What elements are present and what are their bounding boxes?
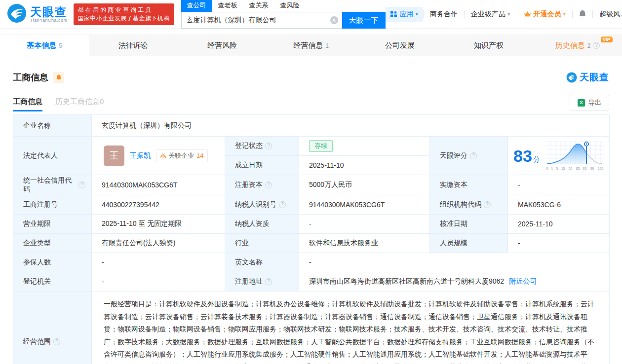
score-value: 83	[513, 147, 532, 164]
search-area: 查公司 查老板 查关系 查风险 ✕ 天眼一下	[181, 0, 386, 29]
taxpayer-id-label: 纳税人识别号?	[225, 195, 299, 215]
english-name-label: 英文名称	[225, 253, 299, 272]
help-icon[interactable]: ?	[593, 42, 600, 49]
notification-bell-icon[interactable]	[573, 10, 592, 18]
org-code-value: MAK053CG-6	[508, 195, 610, 215]
avatar[interactable]: 王	[104, 146, 124, 166]
tianyancha-logo-icon	[7, 3, 27, 25]
subtab-business-registration[interactable]: 工商信息	[13, 97, 42, 111]
help-icon[interactable]: ?	[279, 201, 286, 208]
taxpayer-id-value: 91440300MAK053CG6T	[299, 195, 430, 215]
address-cell: 深圳市南山区粤海街道高新区社区高新南六道十号朗科大厦9062附近公司	[299, 272, 610, 291]
score-distribution-chart: 0151550859599100	[546, 141, 604, 171]
company-type-label: 企业类型	[13, 234, 92, 253]
search-tabs: 查公司 查老板 查关系 查风险	[181, 0, 386, 12]
brand-watermark: 天眼查	[566, 71, 609, 84]
vip-badge: VIP	[601, 36, 613, 42]
help-icon[interactable]: ?	[470, 152, 477, 159]
paid-capital-value: -	[508, 175, 610, 195]
establish-date-value: 2025-11-10	[299, 156, 430, 175]
nav-cooperation[interactable]: 商务合作	[424, 10, 464, 19]
search-input[interactable]	[181, 12, 342, 29]
nav-apps[interactable]: 应用 ▾	[386, 7, 424, 22]
taxpayer-quality-label: 纳税人资质	[225, 215, 299, 234]
export-button[interactable]: X 导出	[570, 95, 609, 110]
tab-intellectual-property[interactable]: 知识产权	[444, 35, 533, 56]
search-tab-boss[interactable]: 查老板	[212, 0, 243, 12]
business-scope-label: 经营范围?	[13, 291, 92, 364]
score-cell[interactable]: 83 分	[508, 137, 610, 175]
top-header: 天眼查 TianYanCha.com 都在用的商业查询工具 国家中小企业发展子基…	[0, 0, 622, 29]
tab-legal-proceedings[interactable]: 法律诉讼	[89, 35, 178, 56]
reg-number-value: 440300227395442	[92, 195, 225, 215]
search-tab-relation[interactable]: 查关系	[243, 0, 274, 12]
slogan-line1: 都在用的商业查询工具	[78, 6, 170, 14]
company-type-value: 有限责任公司(法人独资)	[92, 234, 225, 253]
help-icon[interactable]: ?	[265, 278, 272, 285]
table-row: 参保人数 - 英文名称 -	[13, 253, 610, 272]
subscribe-bell-icon[interactable]	[53, 72, 64, 83]
related-companies-badge[interactable]: 关联企业 14	[156, 149, 208, 162]
tab-basic-info-label: 基本信息	[27, 41, 56, 50]
tianyancha-logo[interactable]: 天眼查 TianYanCha.com	[7, 3, 68, 25]
tab-intellectual-property-label: 知识产权	[474, 41, 504, 50]
table-row: 经营范围? 一般经营项目是：计算机软硬件及外围设备制造；计算机及办公设备维修；计…	[13, 291, 610, 364]
uscc-label-text: 统一社会信用代码	[23, 176, 76, 194]
uscc-label: 统一社会信用代码?	[13, 175, 92, 195]
company-name-value: 玄度计算机（深圳）有限公司	[92, 115, 610, 137]
tianyancha-logo-icon	[566, 72, 577, 83]
nav-enterprise[interactable]: 企业级产品 ▾	[465, 10, 517, 19]
help-icon[interactable]: ?	[78, 182, 85, 188]
nav-open-vip[interactable]: 开通会员 ▾	[517, 10, 573, 19]
search-tab-risk[interactable]: 查风险	[274, 0, 306, 12]
subtab-history-registration[interactable]: 历史工商信息0	[55, 97, 104, 111]
industry-label: 行业	[225, 234, 299, 253]
tab-company-development[interactable]: 公司发展	[355, 35, 444, 56]
approval-date-value: 2025-11-10	[508, 215, 610, 234]
reg-status-label: 登记状态?	[225, 137, 299, 156]
tab-business-info[interactable]: 经营信息 1	[267, 35, 355, 56]
staff-size-label: 人员规模	[430, 234, 508, 253]
taxpayer-quality-value: -	[299, 215, 430, 234]
search-button[interactable]: 天眼一下	[342, 12, 386, 29]
table-row: 工商注册号 440300227395442 纳税人识别号? 91440300MA…	[13, 195, 610, 215]
help-icon[interactable]: ?	[53, 338, 60, 345]
nearby-companies-link[interactable]: 附近公司	[509, 277, 537, 285]
subtabs-row: 工商信息 历史工商信息0 X 导出	[13, 95, 609, 113]
excel-icon: X	[578, 99, 585, 107]
reg-authority-value: -	[92, 272, 225, 291]
uscc-value: 91440300MAK053CG6T	[92, 175, 225, 195]
tab-operational-risk[interactable]: 经营风险	[178, 35, 267, 56]
export-button-label: 导出	[588, 98, 601, 107]
legal-rep-name-link[interactable]: 王振凯	[130, 151, 151, 160]
business-term-value: 2025-11-10 至 无固定期限	[92, 215, 225, 234]
reg-authority-label: 登记机关	[13, 272, 92, 291]
search-tab-company[interactable]: 查公司	[181, 0, 212, 12]
business-info-table: 企业名称 玄度计算机（深圳）有限公司 法定代表人 王 王振凯 关联企业 14 登…	[13, 114, 610, 364]
tab-company-development-label: 公司发展	[385, 41, 415, 50]
status-badge: 存续	[309, 140, 333, 152]
nav-super-risk[interactable]: 超级风... ▾	[593, 10, 622, 19]
company-tabs-bar: 基本信息 5 法律诉讼 经营风险 经营信息 1 公司发展 知识产权 VIP 历史…	[0, 35, 622, 56]
score-axis-labels: 0151550859599100	[546, 166, 604, 171]
nav-open-vip-label: 开通会员	[534, 10, 561, 19]
logo-title: 天眼查	[30, 6, 68, 18]
crown-icon	[524, 11, 531, 17]
brand-watermark-label: 天眼查	[580, 71, 609, 84]
section-title: 工商信息	[13, 72, 48, 83]
help-icon[interactable]: ?	[265, 143, 272, 149]
tab-business-info-count: 1	[325, 42, 329, 49]
nav-super-risk-label: 超级风...	[599, 10, 622, 19]
top-nav: 应用 ▾ 商务合作 企业级产品 ▾ 开通会员 ▾ 超级风... ▾	[386, 7, 622, 22]
org-code-label-text: 组织机构代码	[440, 200, 481, 209]
score-label-text: 天眼评分	[440, 151, 467, 160]
clear-search-icon[interactable]: ✕	[330, 16, 338, 24]
tab-basic-info[interactable]: 基本信息 5	[0, 35, 89, 56]
search-row: ✕ 天眼一下	[181, 12, 386, 29]
staff-size-value: -	[508, 234, 610, 253]
help-icon[interactable]: ?	[484, 201, 491, 208]
help-icon[interactable]: ?	[265, 182, 272, 188]
tab-history-info[interactable]: VIP 历史信息 2 ?	[533, 35, 622, 56]
logo-subtitle: TianYanCha.com	[30, 18, 68, 23]
approval-date-label: 核准日期	[430, 215, 508, 234]
